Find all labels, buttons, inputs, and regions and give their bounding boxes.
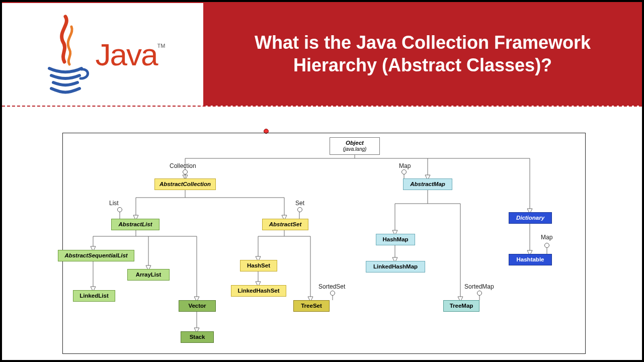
node-hashset: HashSet <box>240 260 277 272</box>
label-set: Set <box>295 200 304 207</box>
header: JavaTM What is the Java Collection Frame… <box>2 2 642 107</box>
lollipop-icon <box>297 207 302 212</box>
page-title: What is the Java Collection Framework Hi… <box>218 31 627 76</box>
java-logo-text: JavaTM <box>96 37 166 72</box>
lollipop-icon <box>330 291 335 296</box>
lollipop-icon <box>183 169 188 174</box>
node-abstractcollection: AbstractCollection <box>154 178 216 190</box>
logo-area: JavaTM <box>2 2 203 106</box>
node-treeset: TreeSet <box>293 300 330 312</box>
java-logo-icon <box>40 14 91 95</box>
hierarchy-diagram: Object (java.lang) Collection List Set M… <box>62 133 586 354</box>
lollipop-icon <box>401 169 407 174</box>
node-stack: Stack <box>181 331 214 343</box>
node-object: Object (java.lang) <box>330 137 380 155</box>
node-hashmap: HashMap <box>376 234 415 245</box>
node-arraylist: ArrayList <box>127 269 170 281</box>
node-hashtable: Hashtable <box>509 254 552 265</box>
node-abstractset: AbstractSet <box>262 219 308 230</box>
lollipop-icon <box>117 207 122 212</box>
label-list: List <box>109 200 119 207</box>
label-sortedmap: SortedMap <box>464 283 494 290</box>
node-abstractlist: AbstractList <box>111 219 159 230</box>
label-map: Map <box>399 162 411 169</box>
node-linkedhashset: LinkedHashSet <box>231 285 286 297</box>
title-panel: What is the Java Collection Framework Hi… <box>203 2 642 106</box>
label-sortedset: SortedSet <box>318 283 345 290</box>
node-treemap: TreeMap <box>443 300 479 312</box>
label-collection: Collection <box>170 162 196 169</box>
node-linkedhashmap: LinkedHashMap <box>366 261 425 273</box>
node-abstractsequentiallist: AbstractSequentialList <box>58 250 134 261</box>
lollipop-icon <box>544 243 549 248</box>
lollipop-icon <box>477 291 482 296</box>
connectors <box>63 133 586 354</box>
node-abstractmap: AbstractMap <box>403 178 452 190</box>
node-dictionary: Dictionary <box>509 212 552 224</box>
node-linkedlist: LinkedList <box>73 290 115 302</box>
node-vector: Vector <box>179 300 216 312</box>
label-map2: Map <box>541 234 552 241</box>
